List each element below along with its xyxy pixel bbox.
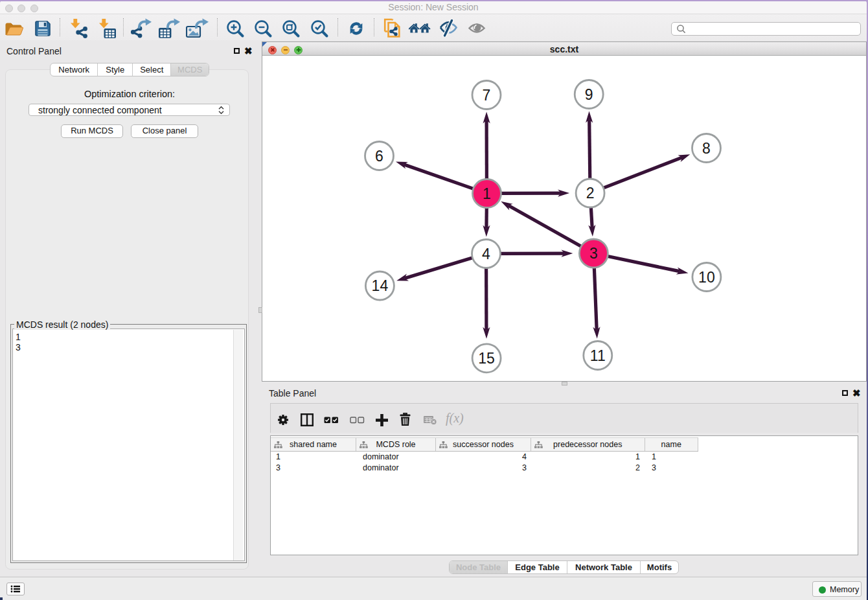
svg-text:11: 11: [589, 347, 605, 363]
svg-text:6: 6: [375, 147, 383, 164]
svg-text:1: 1: [483, 185, 491, 202]
svg-text:10: 10: [698, 268, 715, 285]
svg-text:15: 15: [478, 349, 495, 366]
svg-text:8: 8: [702, 139, 711, 156]
svg-text:7: 7: [482, 86, 490, 103]
svg-text:2: 2: [586, 185, 594, 202]
svg-text:3: 3: [589, 245, 598, 262]
svg-text:4: 4: [482, 245, 490, 262]
svg-text:9: 9: [584, 86, 593, 102]
svg-text:14: 14: [371, 277, 388, 294]
